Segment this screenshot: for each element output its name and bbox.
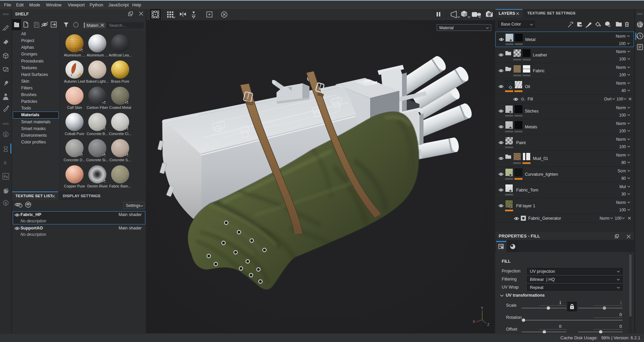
- svg-text:X: X: [473, 320, 475, 324]
- svg-text:Z: Z: [487, 323, 489, 327]
- svg-text:Ps: Ps: [4, 175, 8, 179]
- svg-text:S: S: [5, 133, 7, 137]
- svg-text:Materi..: Materi..: [87, 23, 101, 28]
- svg-text:S: S: [5, 202, 7, 205]
- svg-text:Y: Y: [481, 306, 483, 310]
- svg-text:S: S: [4, 160, 7, 165]
- svg-text:Search...: Search...: [109, 23, 126, 28]
